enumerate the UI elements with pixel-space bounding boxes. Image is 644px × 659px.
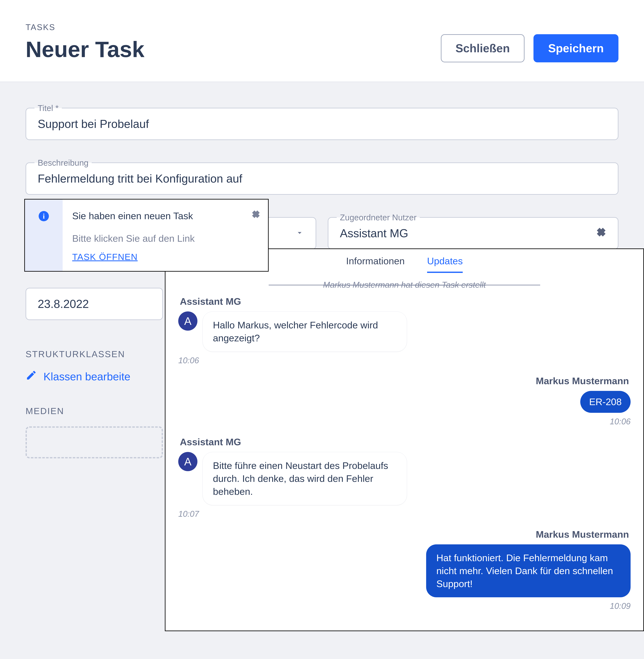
chat-row: AHallo Markus, welcher Fehlercode wird a… xyxy=(178,311,630,352)
assigned-user-label: Zugeordneter Nutzer xyxy=(337,213,420,222)
chat-author: Assistant MG xyxy=(180,436,630,447)
page-header: TASKS Neuer Task Schließen Speichern xyxy=(0,0,644,82)
header-actions: Schließen Speichern xyxy=(441,34,618,62)
toast-body: Sie haben einen neuen Task Bitte klicken… xyxy=(63,199,268,271)
avatar: A xyxy=(178,311,198,331)
chat-system-line: Markus Mustermann hat diesen Task erstel… xyxy=(178,280,630,289)
chat-timestamp: 10:06 xyxy=(178,417,630,426)
chat-bubble: Hallo Markus, welcher Fehlercode wird an… xyxy=(203,311,407,352)
chat-row: ER-208 xyxy=(178,391,630,413)
date-value: 23.8.2022 xyxy=(38,298,89,310)
chat-bubble: Bitte führe einen Neustart des Probelauf… xyxy=(203,452,407,505)
tab-info[interactable]: Informationen xyxy=(346,256,405,273)
clear-icon[interactable] xyxy=(596,227,606,240)
title-field: Titel * xyxy=(26,108,618,140)
chat-author: Markus Mustermann xyxy=(180,529,629,540)
toast-title: Sie haben einen neuen Task xyxy=(72,211,258,221)
chat-timestamp: 10:09 xyxy=(178,601,630,611)
toast-close-icon[interactable] xyxy=(251,210,260,219)
chat-timestamp: 10:06 xyxy=(178,355,630,365)
date-field: 23.8.2022 xyxy=(26,288,163,320)
chat-author: Assistant MG xyxy=(180,296,630,307)
header-left: TASKS Neuer Task xyxy=(26,22,144,62)
avatar: A xyxy=(178,452,198,471)
chat-author: Markus Mustermann xyxy=(180,375,629,387)
chat-timestamp: 10:07 xyxy=(178,509,630,519)
tab-updates[interactable]: Updates xyxy=(427,256,463,273)
chat-bubble: Hat funktioniert. Die Fehlermeldung kam … xyxy=(426,544,630,597)
chat-bubble: ER-208 xyxy=(580,391,630,413)
chat-message: Markus MustermannER-20810:06 xyxy=(178,375,630,426)
close-button[interactable]: Schließen xyxy=(441,34,525,62)
save-button[interactable]: Speichern xyxy=(533,34,618,62)
info-icon: i xyxy=(39,211,49,221)
chat-panel: Informationen Updates Markus Mustermann … xyxy=(165,248,644,631)
pencil-icon xyxy=(26,370,37,383)
description-field: Beschreibung xyxy=(26,162,618,195)
new-task-toast: i Sie haben einen neuen Task Bitte klick… xyxy=(24,199,269,272)
assigned-user-field: Zugeordneter Nutzer Assistant MG xyxy=(328,217,618,249)
description-label: Beschreibung xyxy=(34,158,92,168)
chat-row: Hat funktioniert. Die Fehlermeldung kam … xyxy=(178,544,630,597)
description-input[interactable] xyxy=(26,162,618,195)
chat-row: ABitte führe einen Neustart des Probelau… xyxy=(178,452,630,505)
edit-classes-button[interactable]: Klassen bearbeite xyxy=(26,370,169,383)
chat-message: Assistant MGABitte führe einen Neustart … xyxy=(178,436,630,519)
page-title: Neuer Task xyxy=(26,37,144,62)
toast-subtitle: Bitte klicken Sie auf den Link xyxy=(72,233,258,244)
form-area: Titel * Beschreibung Zugeordneter Nutzer… xyxy=(0,82,644,458)
section-heading-medien: MEDIEN xyxy=(26,406,169,416)
title-input[interactable] xyxy=(26,108,618,140)
date-input[interactable]: 23.8.2022 xyxy=(26,288,163,320)
chat-body: Markus Mustermann hat diesen Task erstel… xyxy=(165,273,643,631)
section-heading-struct: STRUKTURKLASSEN xyxy=(26,349,169,359)
chat-messages: Assistant MGAHallo Markus, welcher Fehle… xyxy=(178,296,630,611)
edit-classes-label: Klassen bearbeite xyxy=(43,370,130,383)
chat-message: Markus MustermannHat funktioniert. Die F… xyxy=(178,529,630,611)
breadcrumb: TASKS xyxy=(26,22,144,32)
toast-stripe: i xyxy=(25,199,63,271)
toast-open-link[interactable]: TASK ÖFFNEN xyxy=(72,251,258,262)
chat-message: Assistant MGAHallo Markus, welcher Fehle… xyxy=(178,296,630,365)
media-dropzone[interactable] xyxy=(26,426,163,458)
left-rail: STRUKTURKLASSEN Klassen bearbeite MEDIEN xyxy=(26,349,169,458)
assigned-user-value: Assistant MG xyxy=(340,227,408,240)
chevron-down-icon xyxy=(295,227,304,240)
title-label: Titel * xyxy=(34,103,62,113)
